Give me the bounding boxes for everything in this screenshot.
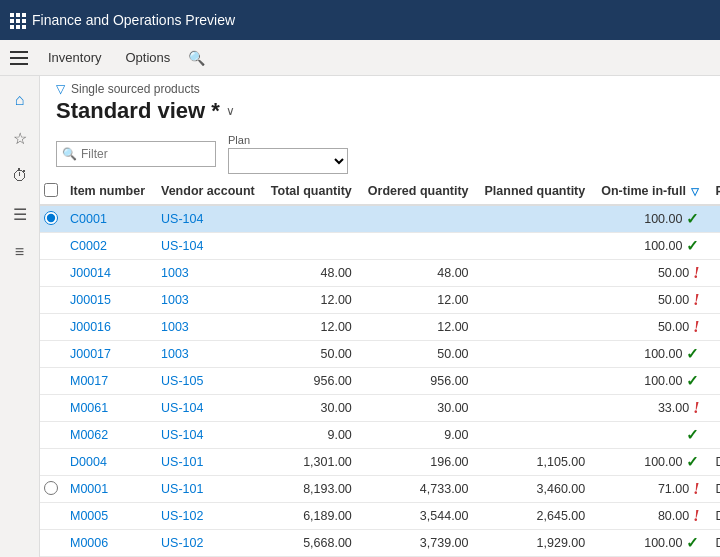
cell-vendor-account[interactable]: US-104	[153, 205, 263, 233]
app-grid-icon[interactable]	[10, 13, 24, 27]
cell-total-quantity: 48.00	[263, 260, 360, 287]
th-planned-quantity[interactable]: Planned quantity	[477, 178, 594, 205]
app-title: Finance and Operations Preview	[32, 12, 235, 28]
hamburger-menu[interactable]	[10, 51, 28, 65]
cell-vendor-account[interactable]: 1003	[153, 341, 263, 368]
th-vendor-account[interactable]: Vendor account	[153, 178, 263, 205]
cell-vendor-account[interactable]: 1003	[153, 314, 263, 341]
cell-plan: DynPlan	[707, 503, 720, 530]
cell-item-number[interactable]: M0001	[62, 476, 153, 503]
table-header-row: Item number Vendor account Total quantit…	[40, 178, 720, 205]
row-radio[interactable]	[44, 481, 58, 495]
th-item-number[interactable]: Item number	[62, 178, 153, 205]
row-selector-cell	[40, 260, 62, 287]
cell-planned-quantity: 3,460.00	[477, 476, 594, 503]
table-wrap[interactable]: Item number Vendor account Total quantit…	[40, 178, 720, 557]
sidebar-icon-star[interactable]: ☆	[4, 122, 36, 154]
cell-vendor-account[interactable]: US-104	[153, 395, 263, 422]
nav-search-icon[interactable]: 🔍	[188, 50, 205, 66]
cell-vendor-account[interactable]: 1003	[153, 287, 263, 314]
cell-plan: DynPlan	[707, 449, 720, 476]
filter-input[interactable]	[56, 141, 216, 167]
cell-item-number[interactable]: M0062	[62, 422, 153, 449]
check-icon: ✓	[686, 426, 699, 444]
th-ordered-quantity[interactable]: Ordered quantity	[360, 178, 477, 205]
cell-item-number[interactable]: M0017	[62, 368, 153, 395]
plan-label: Plan	[228, 134, 348, 146]
breadcrumb-text: Single sourced products	[71, 82, 200, 96]
cell-plan: DynPlan	[707, 530, 720, 557]
cell-vendor-account[interactable]: US-101	[153, 449, 263, 476]
cell-on-time-in-full: 100.00✓	[593, 206, 707, 232]
sidebar-icon-home[interactable]: ⌂	[4, 84, 36, 116]
cell-item-number[interactable]: M0061	[62, 395, 153, 422]
cell-ordered-quantity: 12.00	[360, 314, 477, 341]
toolbar: 🔍 Plan	[40, 130, 720, 178]
cell-vendor-account[interactable]: 1003	[153, 260, 263, 287]
row-radio[interactable]	[44, 211, 58, 225]
cell-vendor-account[interactable]: US-105	[153, 368, 263, 395]
row-selector-cell	[40, 233, 62, 260]
cell-total-quantity	[263, 233, 360, 260]
cell-item-number[interactable]: C0001	[62, 205, 153, 233]
cell-planned-quantity	[477, 395, 594, 422]
sidebar-icon-bookmarks[interactable]: ☰	[4, 198, 36, 230]
cell-on-time-in-full: 100.00✓	[593, 449, 707, 475]
cell-ordered-quantity	[360, 205, 477, 233]
cell-total-quantity: 12.00	[263, 314, 360, 341]
row-selector-cell	[40, 287, 62, 314]
cell-on-time-in-full: 33.00!	[593, 395, 707, 421]
sidebar-icon-list[interactable]: ≡	[4, 236, 36, 268]
th-total-quantity[interactable]: Total quantity	[263, 178, 360, 205]
cell-item-number[interactable]: M0006	[62, 530, 153, 557]
check-icon: ✓	[686, 534, 699, 552]
page-title-bar: Standard view * ∨	[40, 96, 720, 130]
th-on-time-in-full[interactable]: On-time in-full ▽	[593, 178, 707, 205]
cell-ordered-quantity: 50.00	[360, 341, 477, 368]
top-bar: Finance and Operations Preview	[0, 0, 720, 40]
select-all-checkbox[interactable]	[44, 183, 58, 197]
nav-options[interactable]: Options	[115, 46, 180, 69]
row-selector-cell	[40, 314, 62, 341]
on-time-value: 100.00	[644, 536, 682, 550]
warn-icon: !	[693, 507, 699, 525]
cell-vendor-account[interactable]: US-104	[153, 233, 263, 260]
cell-item-number[interactable]: J00017	[62, 341, 153, 368]
cell-plan	[707, 314, 720, 341]
cell-total-quantity: 30.00	[263, 395, 360, 422]
cell-item-number[interactable]: C0002	[62, 233, 153, 260]
row-selector-cell	[40, 449, 62, 476]
cell-item-number[interactable]: M0005	[62, 503, 153, 530]
filter-icon: ▽	[56, 82, 65, 96]
cell-planned-quantity: 1,105.00	[477, 449, 594, 476]
cell-item-number[interactable]: D0004	[62, 449, 153, 476]
cell-item-number[interactable]: J00015	[62, 287, 153, 314]
check-icon: ✓	[686, 345, 699, 363]
cell-ordered-quantity: 12.00	[360, 287, 477, 314]
cell-total-quantity: 8,193.00	[263, 476, 360, 503]
table-row: M0006US-1025,668.003,739.001,929.00100.0…	[40, 530, 720, 557]
cell-item-number[interactable]: J00016	[62, 314, 153, 341]
cell-vendor-account[interactable]: US-102	[153, 503, 263, 530]
cell-total-quantity: 956.00	[263, 368, 360, 395]
th-plan[interactable]: Plan	[707, 178, 720, 205]
cell-plan	[707, 341, 720, 368]
plan-select[interactable]	[228, 148, 348, 174]
cell-ordered-quantity: 956.00	[360, 368, 477, 395]
cell-vendor-account[interactable]: US-102	[153, 530, 263, 557]
cell-total-quantity: 50.00	[263, 341, 360, 368]
on-time-value: 50.00	[658, 320, 689, 334]
cell-vendor-account[interactable]: US-104	[153, 422, 263, 449]
cell-item-number[interactable]: J00014	[62, 260, 153, 287]
main-content: ▽ Single sourced products Standard view …	[40, 76, 720, 557]
on-time-value: 50.00	[658, 293, 689, 307]
cell-planned-quantity	[477, 233, 594, 260]
cell-vendor-account[interactable]: US-101	[153, 476, 263, 503]
on-time-value: 50.00	[658, 266, 689, 280]
nav-inventory[interactable]: Inventory	[38, 46, 111, 69]
page-title: Standard view *	[56, 98, 220, 124]
cell-planned-quantity	[477, 260, 594, 287]
cell-on-time-in-full: 71.00!	[593, 476, 707, 502]
view-dropdown-icon[interactable]: ∨	[226, 104, 235, 118]
sidebar-icon-history[interactable]: ⏱	[4, 160, 36, 192]
